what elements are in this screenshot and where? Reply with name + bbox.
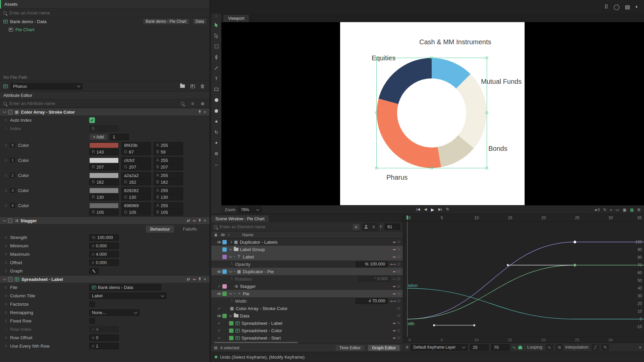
pin-icon[interactable] bbox=[198, 219, 201, 223]
solo-dot-icon[interactable]: • bbox=[233, 270, 236, 273]
artboard[interactable]: Cash & MM Instruments Mutual Funds Bonds… bbox=[340, 22, 525, 205]
render-toggle[interactable] bbox=[397, 300, 400, 302]
row-offset-field[interactable]: #0 bbox=[89, 335, 119, 341]
pin-icon[interactable] bbox=[198, 110, 201, 114]
keyframe-pair-icon[interactable]: ◂▸ bbox=[193, 219, 196, 222]
layer-color-chip[interactable] bbox=[222, 269, 227, 274]
collapse-icon[interactable] bbox=[228, 249, 233, 250]
solo-dot-icon[interactable]: • bbox=[228, 233, 229, 237]
color-swatch[interactable] bbox=[89, 173, 119, 178]
eye-icon[interactable] bbox=[217, 314, 221, 317]
render-toggle[interactable] bbox=[397, 241, 400, 243]
render-toggle[interactable] bbox=[397, 337, 400, 339]
hex-field[interactable]: 696969 bbox=[121, 202, 151, 209]
file-field[interactable]: Bank demo - Data bbox=[89, 284, 161, 291]
tab-viewport[interactable]: Viewport bbox=[223, 15, 249, 22]
lock-icon[interactable] bbox=[214, 233, 217, 237]
viewport-settings-icon[interactable]: ⚙ bbox=[637, 207, 641, 212]
loop-button[interactable]: ↻ bbox=[446, 207, 449, 212]
spiral-tool[interactable]: ↻ bbox=[212, 128, 221, 136]
frame-offset-badge[interactable]: ◀0 bbox=[594, 207, 600, 212]
layer-color-chip[interactable] bbox=[229, 321, 233, 325]
enable-toggle-icon[interactable]: ✓ bbox=[8, 110, 12, 114]
drag-handle-icon[interactable]: ⠿ bbox=[215, 15, 218, 18]
column-title-dropdown[interactable]: Label bbox=[89, 293, 166, 299]
auto-index-checkbox[interactable]: ✓ bbox=[89, 117, 95, 123]
red-field[interactable]: R207 bbox=[89, 164, 119, 170]
settings-tool[interactable]: ⚙ bbox=[212, 150, 221, 158]
section-header-stagger[interactable]: ✓ ⇉ Stagger ⇄ ◂▸ × bbox=[0, 217, 210, 225]
render-toggle[interactable] bbox=[397, 255, 400, 258]
maximum-field[interactable]: #4.000 bbox=[89, 251, 119, 257]
scene-row-spreadsheet-color[interactable]: ✓ Spreadsheet - Color ◂▸ bbox=[211, 327, 403, 334]
scene-row-width[interactable]: └ Width #70.000 ◂•▸ bbox=[211, 297, 403, 305]
star-tool[interactable]: ★ bbox=[212, 118, 221, 125]
enable-toggle-icon[interactable]: ✓ bbox=[8, 219, 12, 223]
layer-color-chip[interactable] bbox=[222, 314, 227, 318]
scene-row-data[interactable]: Data bbox=[211, 312, 403, 319]
graph-ruler-bottom[interactable]: 0 5 10 15 20 25 30 bbox=[403, 337, 644, 343]
index-field[interactable]: 0 bbox=[89, 125, 119, 132]
solo-dot-icon[interactable]: • bbox=[233, 255, 236, 258]
add-color-button[interactable]: + Add bbox=[89, 134, 107, 140]
graph-curve-button[interactable] bbox=[89, 268, 99, 274]
connector-dot[interactable] bbox=[5, 345, 7, 347]
more-options-icon[interactable]: » bbox=[639, 345, 641, 350]
selection-handle[interactable] bbox=[375, 167, 378, 169]
text-tool[interactable]: T bbox=[212, 75, 221, 82]
connector-dot[interactable] bbox=[5, 337, 7, 339]
enabled-check-icon[interactable]: ✓ bbox=[216, 328, 222, 333]
next-frame-button[interactable]: ▶| bbox=[438, 207, 442, 212]
red-field[interactable]: R143 bbox=[89, 149, 119, 155]
connector-dot[interactable] bbox=[5, 270, 7, 272]
layer-color-chip[interactable] bbox=[222, 284, 227, 289]
enabled-check-icon[interactable]: ✓ bbox=[216, 306, 222, 311]
connector-dot[interactable] bbox=[5, 328, 7, 330]
close-icon[interactable]: × bbox=[204, 110, 206, 114]
selection-handle[interactable] bbox=[486, 57, 488, 59]
selection-handle[interactable] bbox=[375, 112, 378, 114]
layer-color-chip[interactable] bbox=[222, 255, 227, 259]
add-element-button[interactable]: + bbox=[353, 224, 360, 230]
enabled-check-icon[interactable]: ✓ bbox=[216, 284, 222, 289]
connector-dot[interactable] bbox=[5, 253, 7, 255]
red-field[interactable]: R162 bbox=[89, 179, 119, 185]
panels-icon[interactable]: ▣ bbox=[623, 207, 627, 212]
duplicate-button[interactable] bbox=[189, 83, 196, 89]
opacity-field[interactable]: %100.000 bbox=[356, 261, 388, 267]
render-toggle[interactable] bbox=[397, 270, 400, 273]
enabled-check-icon[interactable]: ✓ bbox=[216, 321, 222, 325]
green-field[interactable]: G207 bbox=[121, 164, 151, 170]
render-toggle[interactable] bbox=[397, 263, 400, 265]
section-header-color-array[interactable]: ✓ ▦ Color Array - Stroke Color × bbox=[0, 108, 210, 116]
rectangle-tool[interactable] bbox=[212, 85, 221, 93]
keyframe-pair-icon[interactable]: ◂▸ bbox=[392, 336, 396, 340]
apps-grid-icon[interactable]: ⠿ bbox=[604, 4, 608, 10]
selection-bounds[interactable] bbox=[376, 58, 487, 168]
retarget-icon[interactable]: ⇄ bbox=[187, 277, 190, 281]
render-toggle[interactable] bbox=[397, 322, 400, 324]
select-tool[interactable] bbox=[212, 21, 221, 29]
factorize-checkbox[interactable] bbox=[89, 301, 95, 307]
marquee-tool[interactable] bbox=[212, 43, 221, 50]
blue-field[interactable]: B207 bbox=[154, 164, 183, 170]
nth-row-field[interactable]: #1 bbox=[89, 343, 119, 349]
green-field[interactable]: G130 bbox=[121, 194, 151, 200]
interpolation-edit-icon[interactable]: ✎ bbox=[601, 344, 609, 351]
scene-row-label-group[interactable]: Label Group ◂▸ bbox=[211, 246, 403, 253]
keyframe-pair-icon[interactable]: ◂▸ bbox=[392, 240, 396, 244]
ghost-icon[interactable] bbox=[518, 346, 522, 349]
expand-icon[interactable] bbox=[228, 241, 233, 243]
theme-toggle-icon[interactable]: ◐ bbox=[635, 4, 639, 10]
scene-row-label[interactable]: • T Label ◂▸ bbox=[211, 253, 403, 260]
green-field[interactable]: G162 bbox=[121, 179, 151, 185]
hex-field[interactable]: 828282 bbox=[121, 187, 151, 194]
frame-field[interactable]: 61 bbox=[385, 224, 400, 230]
collapse-icon[interactable] bbox=[3, 277, 6, 281]
hex-field[interactable]: a2a2a2 bbox=[121, 172, 151, 179]
pencil-tool[interactable] bbox=[212, 64, 221, 72]
delete-asset-button[interactable]: 🗑︎ bbox=[199, 83, 206, 89]
hex-field[interactable]: cfcfcf bbox=[121, 157, 151, 164]
keyframe-nav[interactable]: ◂•▸ bbox=[390, 299, 396, 303]
fixed-row-checkbox[interactable] bbox=[89, 318, 95, 324]
